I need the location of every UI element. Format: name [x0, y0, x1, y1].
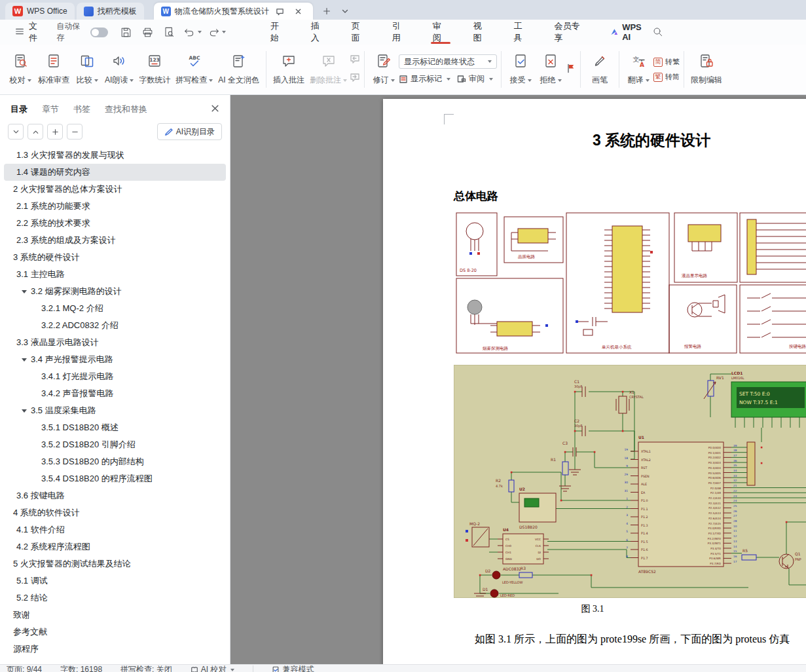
tab-home[interactable]: 开始: [269, 20, 287, 45]
ai-polish-button[interactable]: AI 全文润色: [215, 48, 262, 90]
tab-references[interactable]: 引用: [391, 20, 409, 45]
toc-item[interactable]: 2.2 系统的技术要求: [4, 215, 226, 232]
toc-item[interactable]: 4.2 系统程序流程图: [4, 538, 226, 555]
toc-item[interactable]: 4.1 软件介绍: [4, 521, 226, 538]
tab-view[interactable]: 视图: [472, 20, 490, 45]
tab-document[interactable]: W 物流仓储防火预警系统设计: [154, 3, 313, 20]
svg-text:XTAL1: XTAL1: [641, 450, 651, 453]
spellcheck-indicator[interactable]: 拼写检查: 关闭: [120, 665, 172, 672]
compat-mode-indicator[interactable]: 兼容模式: [272, 665, 314, 672]
toc-item[interactable]: 3.5.2 DS18B20 引脚介绍: [4, 436, 226, 453]
ink-brush-button[interactable]: 画笔: [585, 48, 615, 90]
translate-button[interactable]: 文A 翻译: [623, 48, 653, 90]
tab-review[interactable]: 审阅: [431, 20, 450, 45]
sidebar-tab-chapters[interactable]: 章节: [42, 103, 59, 115]
toc-item[interactable]: 参考文献: [4, 624, 226, 641]
spell-check-button[interactable]: ABC 拼写检查: [173, 48, 215, 90]
show-markup-button[interactable]: 显示标记: [399, 73, 450, 84]
track-changes-button[interactable]: 修订: [369, 48, 399, 90]
save-button[interactable]: [119, 24, 134, 40]
accept-button[interactable]: 接受: [505, 48, 536, 90]
next-comment-icon[interactable]: [350, 72, 360, 85]
expand-triangle-icon[interactable]: [22, 290, 27, 293]
proteus-figure[interactable]: C1 30pF C2 30pF X1 CRYSTAL C3 R1: [454, 365, 806, 598]
print-button[interactable]: [140, 24, 156, 40]
print-preview-button[interactable]: [162, 24, 177, 40]
toc-item[interactable]: 3.3 液晶显示电路设计: [4, 334, 226, 351]
toc-item[interactable]: 3.4.2 声音报警电路: [4, 385, 226, 402]
expand-triangle-icon[interactable]: [22, 358, 27, 362]
toc-item-expandable[interactable]: 3.5 温度采集电路: [4, 402, 226, 419]
page-indicator[interactable]: 页面: 9/44: [7, 665, 42, 672]
toc-item[interactable]: 1.3 火灾报警器的发展与现状: [4, 147, 226, 164]
toc-item[interactable]: 2.3 系统的组成及方案设计: [4, 232, 226, 249]
sidebar-tab-bookmarks[interactable]: 书签: [73, 103, 90, 115]
compare-button[interactable]: 比较: [72, 48, 102, 90]
document-page[interactable]: 3 系统的硬件设计 总体电路 DS 8-20 晶振电路: [383, 99, 806, 664]
svg-text:P2.3/A11: P2.3/A11: [708, 502, 721, 505]
toc-item[interactable]: 3.2.2 ADC0832 介绍: [4, 317, 226, 334]
file-menu-button[interactable]: 文件: [9, 18, 50, 47]
tab-insert[interactable]: 插入: [310, 20, 328, 45]
sidebar-tab-find-replace[interactable]: 查找和替换: [105, 103, 147, 115]
undo-button[interactable]: [183, 26, 202, 39]
expand-all-button[interactable]: [8, 124, 24, 140]
ai-read-aloud-button[interactable]: AI朗读: [102, 48, 136, 90]
proofread-button[interactable]: 校对: [5, 48, 35, 90]
word-count-indicator[interactable]: 字数: 16198: [60, 665, 102, 672]
toc-item[interactable]: 5.1 调试: [4, 572, 226, 589]
restrict-editing-button[interactable]: 限制编辑: [688, 48, 725, 90]
schematic-figure[interactable]: DS 8-20 晶振电路 单片机最小系统: [454, 212, 806, 354]
toc-item[interactable]: 3.5.3 DS18B20 的内部结构: [4, 453, 226, 470]
tab-list-chevron-icon[interactable]: [338, 4, 352, 18]
delete-comment-button[interactable]: 删除批注: [307, 48, 350, 90]
toc-item[interactable]: 3.5.4 DS18B20 的程序流程图: [4, 470, 226, 487]
toc-item[interactable]: 3.1 主控电路: [4, 266, 226, 283]
toc-item[interactable]: 3.2.1 MQ-2 介绍: [4, 300, 226, 317]
to-simplified-button[interactable]: 繁 转简: [653, 72, 680, 82]
flag-icon[interactable]: [566, 63, 576, 76]
doc-bubble-icon[interactable]: [273, 4, 287, 18]
tab-member[interactable]: 会员专享: [553, 20, 587, 45]
collapse-all-button[interactable]: [27, 124, 43, 140]
toc-item[interactable]: 5 火灾报警器的测试结果及结论: [4, 555, 226, 572]
autosave-toggle[interactable]: [90, 28, 108, 37]
toc-item[interactable]: 源程序: [4, 641, 226, 658]
close-sidebar-icon[interactable]: [211, 104, 219, 115]
toc-item[interactable]: 致谢: [4, 607, 226, 624]
tab-tools-menu[interactable]: 工具: [513, 20, 531, 45]
document-canvas[interactable]: 3 系统的硬件设计 总体电路 DS 8-20 晶振电路: [230, 95, 806, 664]
sidebar-tab-catalog[interactable]: 目录: [10, 103, 27, 115]
zoom-in-button[interactable]: [47, 124, 63, 140]
new-tab-button[interactable]: [320, 4, 334, 18]
zoom-out-button[interactable]: [67, 124, 82, 140]
toc-item[interactable]: 3 系统的硬件设计: [4, 249, 226, 266]
previous-comment-icon[interactable]: [350, 54, 360, 67]
ai-recognize-catalog-button[interactable]: AI识别目录: [157, 123, 222, 140]
toc-item[interactable]: 3.4.1 灯光提示电路: [4, 368, 226, 385]
toc-item[interactable]: 4 系统的软件设计: [4, 504, 226, 521]
toc-item[interactable]: 5.2 结论: [4, 589, 226, 607]
insert-comment-button[interactable]: 插入批注: [270, 48, 307, 90]
reject-button[interactable]: 拒绝: [536, 48, 566, 90]
tab-docer-templates[interactable]: 找稻壳模板: [77, 3, 144, 20]
markup-state-dropdown[interactable]: 显示标记的最终状态: [399, 54, 497, 69]
search-button[interactable]: [651, 24, 666, 40]
toc-item-expandable[interactable]: 3.2 烟雾探测电路的设计: [4, 283, 226, 300]
redo-button[interactable]: [208, 26, 226, 39]
ai-proofread-control[interactable]: AI 校对: [191, 665, 235, 672]
toc-item[interactable]: 2 火灾报警器的总体方案设计: [4, 181, 226, 198]
to-traditional-button[interactable]: 简 转繁: [653, 57, 680, 67]
close-tab-icon[interactable]: [291, 4, 306, 18]
toc-item-expandable[interactable]: 3.4 声光报警提示电路: [4, 351, 226, 368]
tab-wps-ai[interactable]: WPS AI: [609, 20, 651, 45]
tab-page[interactable]: 页面: [350, 20, 369, 45]
standard-review-button[interactable]: 标准审查: [35, 48, 72, 90]
toc-item[interactable]: 3.6 按键电路: [4, 487, 226, 504]
toc-item[interactable]: 3.5.1 DS18B20 概述: [4, 419, 226, 436]
toc-item[interactable]: 2.1 系统的功能要求: [4, 198, 226, 215]
expand-triangle-icon[interactable]: [22, 409, 27, 413]
word-count-button[interactable]: 123 字数统计: [136, 48, 173, 90]
review-pane-button[interactable]: 审阅: [457, 73, 493, 84]
toc-item-selected[interactable]: 1.4 课题的研究内容: [4, 164, 226, 181]
